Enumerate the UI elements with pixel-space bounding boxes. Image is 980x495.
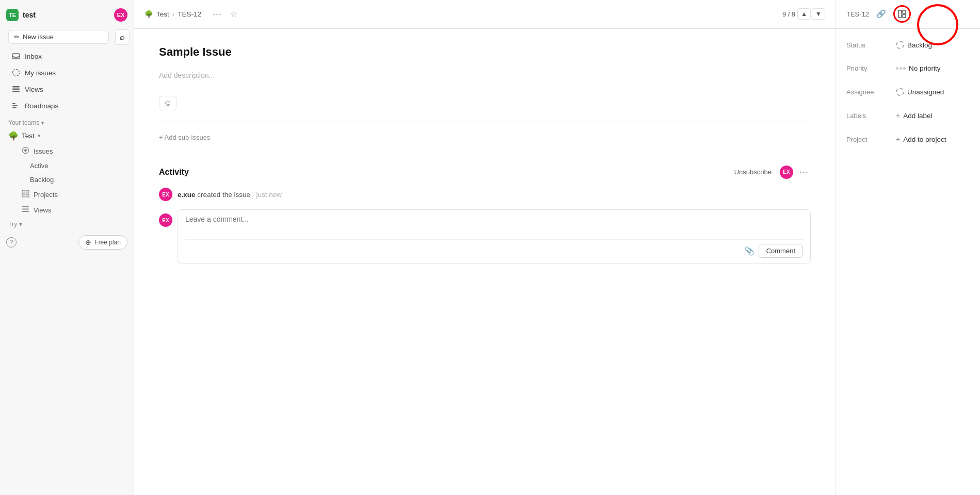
- issue-title[interactable]: Sample Issue: [159, 45, 811, 59]
- priority-value[interactable]: No priority: [893, 63, 944, 74]
- divider: [159, 121, 811, 121]
- status-icon: [896, 41, 904, 49]
- priority-row: Priority No priority: [846, 63, 970, 74]
- comment-submit-button[interactable]: Comment: [759, 244, 803, 258]
- tree-icon: 🌳: [8, 131, 19, 141]
- issue-detail: Sample Issue Add description... ☺ + Add …: [134, 29, 836, 495]
- attach-button[interactable]: 📎: [744, 246, 754, 256]
- assignee-label: Assignee: [846, 88, 893, 96]
- your-teams-section[interactable]: Your teams ▾: [0, 114, 134, 128]
- chevron-down-icon: ▾: [41, 120, 44, 126]
- link-button[interactable]: 🔗: [874, 7, 888, 21]
- comment-input[interactable]: [185, 215, 803, 234]
- new-issue-button[interactable]: ✏ New issue: [8, 30, 109, 44]
- emoji-reaction-button[interactable]: ☺: [159, 96, 176, 110]
- svg-rect-11: [26, 190, 29, 193]
- search-button[interactable]: ⌕: [115, 29, 130, 45]
- sidebar-item-roadmaps[interactable]: Roadmaps: [3, 98, 131, 113]
- project-row: Project + Add to project: [846, 134, 970, 145]
- activity-time: just now: [256, 191, 282, 199]
- description-placeholder[interactable]: Add description...: [159, 67, 811, 84]
- svg-rect-14: [22, 206, 29, 207]
- issue-counter: 9 / 9 ▲ ▼: [782, 8, 825, 20]
- labels-row: Labels + Add label: [846, 110, 970, 121]
- priority-dots-icon: [896, 67, 906, 70]
- favorite-button[interactable]: ☆: [228, 7, 239, 21]
- assignee-value[interactable]: Unassigned: [893, 86, 947, 97]
- main-area: 🌳 Test › TES-12 ··· ☆ 9 / 9 ▲ ▼ TES-12 🔗: [134, 0, 980, 495]
- comment-footer: 📎 Comment: [185, 239, 803, 258]
- activity-header: Activity Unsubscribe EX ···: [159, 164, 811, 179]
- activity-section: Activity Unsubscribe EX ··· EX e.xue cre…: [159, 164, 811, 263]
- status-row: Status Backlog: [846, 39, 970, 51]
- unsubscribe-button[interactable]: Unsubscribe: [730, 166, 776, 178]
- sidebar-item-views[interactable]: Views: [3, 81, 131, 97]
- commenter-avatar: EX: [159, 213, 172, 227]
- svg-rect-6: [12, 105, 18, 106]
- svg-rect-5: [12, 103, 15, 104]
- breadcrumb-separator: ›: [172, 10, 175, 18]
- layout-button[interactable]: [893, 5, 911, 23]
- content-area: Sample Issue Add description... ☺ + Add …: [134, 29, 980, 495]
- views-icon: [11, 85, 21, 94]
- svg-point-1: [13, 70, 20, 76]
- status-value[interactable]: Backlog: [893, 39, 935, 51]
- issues-icon: [22, 146, 29, 156]
- sidebar-item-my-issues[interactable]: My issues: [3, 65, 131, 80]
- svg-rect-7: [12, 107, 17, 108]
- sidebar-item-backlog[interactable]: Backlog: [3, 173, 131, 186]
- add-label-icon: +: [896, 111, 900, 120]
- sidebar-item-issues[interactable]: Issues: [3, 144, 131, 158]
- upgrade-icon: ⊕: [85, 238, 91, 246]
- activity-actions: Unsubscribe EX ···: [730, 164, 811, 179]
- sidebar-item-inbox[interactable]: Inbox: [3, 48, 131, 64]
- sidebar-bottom: ? ⊕ Free plan: [0, 231, 134, 254]
- assignee-icon: [896, 88, 904, 96]
- emoji-icon: ☺: [164, 98, 172, 108]
- add-project-icon: +: [896, 135, 900, 143]
- more-options-button[interactable]: ···: [211, 7, 224, 22]
- free-plan-button[interactable]: ⊕ Free plan: [78, 235, 127, 250]
- user-avatar[interactable]: EX: [114, 8, 127, 22]
- next-issue-button[interactable]: ▼: [812, 8, 825, 20]
- svg-rect-19: [903, 14, 906, 18]
- team-test[interactable]: 🌳 Test ▾: [0, 128, 134, 143]
- sidebar-item-team-views[interactable]: Views: [3, 203, 131, 217]
- svg-rect-12: [22, 194, 25, 197]
- sidebar-item-active[interactable]: Active: [3, 159, 131, 172]
- divider-2: [159, 154, 811, 154]
- activity-title: Activity: [159, 168, 189, 177]
- inbox-icon: [11, 52, 21, 61]
- workspace-name[interactable]: TE test: [6, 9, 36, 21]
- try-section[interactable]: Try ▾: [0, 218, 134, 231]
- labels-label: Labels: [846, 112, 893, 120]
- sidebar-item-projects[interactable]: Projects: [3, 187, 131, 202]
- svg-rect-13: [26, 194, 29, 197]
- comment-box: 📎 Comment: [178, 209, 811, 263]
- svg-rect-18: [903, 10, 906, 13]
- activity-entry-avatar: EX: [159, 188, 172, 201]
- prev-issue-button[interactable]: ▲: [797, 8, 811, 20]
- add-sub-issues-button[interactable]: + Add sub-issues: [159, 131, 811, 143]
- right-panel-header: TES-12 🔗: [836, 0, 980, 28]
- labels-value[interactable]: + Add label: [893, 110, 935, 121]
- svg-point-9: [24, 149, 27, 152]
- edit-icon: ✏: [14, 33, 20, 41]
- tree-breadcrumb-icon: 🌳: [144, 10, 153, 18]
- help-button[interactable]: ?: [6, 237, 17, 248]
- issue-id-label: TES-12: [846, 10, 869, 18]
- try-chevron-icon: ▾: [19, 221, 22, 228]
- new-issue-row: ✏ New issue ⌕: [0, 28, 134, 46]
- search-icon: ⌕: [120, 32, 125, 42]
- top-bar-wrapper: 🌳 Test › TES-12 ··· ☆ 9 / 9 ▲ ▼ TES-12 🔗: [134, 0, 980, 29]
- project-value[interactable]: + Add to project: [893, 134, 950, 145]
- svg-rect-16: [22, 211, 29, 212]
- roadmaps-icon: [11, 101, 21, 110]
- team-views-icon: [22, 205, 29, 214]
- svg-rect-3: [12, 89, 20, 90]
- activity-avatar: EX: [780, 166, 793, 179]
- svg-rect-15: [22, 209, 29, 210]
- svg-rect-2: [12, 86, 20, 88]
- activity-more-button[interactable]: ···: [797, 164, 811, 179]
- activity-entry: EX e.xue created the issue · just now: [159, 188, 811, 201]
